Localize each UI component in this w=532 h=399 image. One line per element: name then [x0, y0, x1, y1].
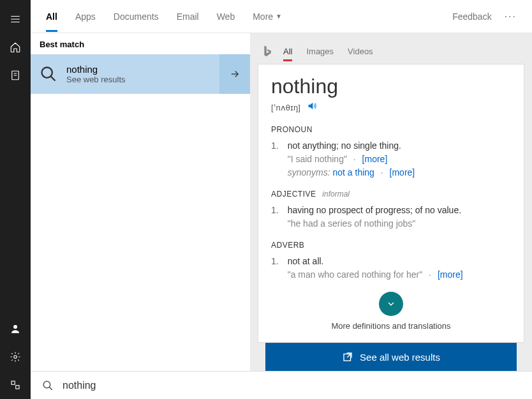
- search-input[interactable]: [63, 380, 521, 391]
- result-title: nothing: [66, 64, 126, 75]
- see-all-web-results-button[interactable]: See all web results: [265, 343, 517, 371]
- pos-adverb: ADVERB: [271, 241, 511, 250]
- search-icon: [42, 380, 54, 391]
- bing-tabs: All Images Videos: [250, 38, 532, 64]
- open-external-icon: [342, 351, 353, 363]
- synonym-link[interactable]: not a thing: [333, 167, 374, 177]
- chevron-down-icon: [386, 299, 396, 309]
- pictures-icon[interactable]: [0, 371, 31, 399]
- more-options-icon[interactable]: ···: [505, 11, 517, 22]
- open-result-button[interactable]: [219, 54, 250, 94]
- feedback-link[interactable]: Feedback: [452, 11, 491, 22]
- search-bar: [31, 371, 532, 399]
- definition-text: not anything; no single thing.: [288, 139, 511, 153]
- def-number: 1.: [271, 204, 279, 230]
- example-text: "he had a series of nothing jobs": [288, 218, 416, 229]
- tab-documents[interactable]: Documents: [114, 1, 159, 32]
- svg-point-1: [13, 325, 17, 329]
- preview-pane: All Images Videos nothing [ˈnʌθɪŋ] PRONO…: [250, 33, 532, 371]
- best-match-header: Best match: [31, 33, 250, 54]
- nav-rail: [0, 0, 31, 399]
- see-all-label: See all web results: [360, 352, 440, 363]
- content-area: Best match nothing See web results: [31, 33, 532, 371]
- more-link[interactable]: [more]: [438, 269, 463, 280]
- hamburger-icon[interactable]: [0, 5, 31, 33]
- home-icon[interactable]: [0, 33, 31, 61]
- filter-tabs: All Apps Documents Email Web More ▼ Feed…: [31, 0, 532, 33]
- example-text: "a man who cared nothing for her": [288, 269, 423, 280]
- dictionary-card: nothing [ˈnʌθɪŋ] PRONOUN 1. not anything…: [258, 64, 524, 343]
- bing-tab-videos[interactable]: Videos: [348, 40, 373, 63]
- result-row: nothing See web results: [31, 54, 250, 94]
- example-text: "I said nothing": [288, 154, 347, 164]
- definition-text: having no prospect of progress; of no va…: [288, 204, 511, 217]
- audio-icon[interactable]: [307, 101, 317, 114]
- arrow-right-icon: [229, 68, 240, 80]
- bing-logo-icon: [263, 45, 272, 57]
- svg-rect-3: [11, 381, 15, 384]
- more-definitions-label: More definitions and translations: [331, 321, 450, 331]
- tab-all[interactable]: All: [46, 1, 57, 32]
- tab-web[interactable]: Web: [217, 1, 235, 32]
- result-item[interactable]: nothing See web results: [31, 54, 219, 94]
- svg-rect-4: [16, 386, 19, 389]
- definition-text: not at all.: [288, 255, 511, 268]
- tab-email[interactable]: Email: [177, 1, 199, 32]
- tab-more[interactable]: More ▼: [253, 1, 282, 32]
- expand-button[interactable]: [379, 292, 403, 316]
- bing-tab-all[interactable]: All: [283, 40, 292, 63]
- bing-tab-images[interactable]: Images: [306, 40, 334, 63]
- svg-point-2: [14, 356, 17, 359]
- gear-icon[interactable]: [0, 343, 31, 371]
- results-list: Best match nothing See web results: [31, 33, 250, 371]
- timeline-icon[interactable]: [0, 61, 31, 89]
- pronunciation: [ˈnʌθɪŋ]: [271, 103, 300, 112]
- user-icon[interactable]: [0, 315, 31, 343]
- more-link[interactable]: [more]: [362, 154, 388, 164]
- chevron-down-icon: ▼: [276, 13, 282, 20]
- main-area: All Apps Documents Email Web More ▼ Feed…: [31, 0, 532, 399]
- result-subtitle: See web results: [66, 75, 126, 84]
- svg-point-7: [43, 381, 50, 388]
- pos-tag: informal: [322, 190, 350, 199]
- pos-adjective: ADJECTIVE informal: [271, 190, 511, 199]
- pos-pronoun: PRONOUN: [271, 125, 511, 134]
- tab-more-label: More: [253, 11, 273, 22]
- more-link[interactable]: [more]: [390, 167, 415, 177]
- dictionary-word: nothing: [271, 75, 511, 98]
- search-icon: [40, 65, 57, 83]
- def-number: 1.: [271, 139, 279, 179]
- def-number: 1.: [271, 255, 279, 282]
- synonyms-label: synonyms:: [288, 167, 330, 177]
- tab-apps[interactable]: Apps: [75, 1, 96, 32]
- svg-point-5: [42, 68, 52, 78]
